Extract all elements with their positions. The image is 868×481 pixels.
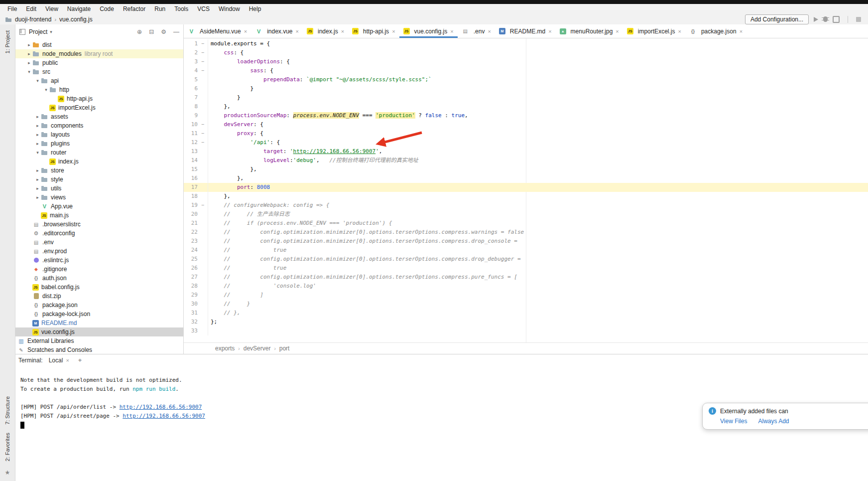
coverage-icon[interactable] <box>833 16 840 23</box>
tree-item-package-lock-json[interactable]: {}package-lock.json <box>15 310 183 319</box>
close-tab-icon[interactable]: × <box>341 28 344 34</box>
close-tab-icon[interactable]: × <box>488 28 491 34</box>
fold-marker[interactable]: − <box>198 57 208 66</box>
chevron-right-icon[interactable]: ▸ <box>34 141 41 146</box>
chevron-right-icon[interactable]: ▸ <box>34 168 41 173</box>
code-line-19[interactable]: 19− // configureWebpack: config => { <box>184 201 868 210</box>
code-line-6[interactable]: 6 } <box>184 84 868 93</box>
code-line-5[interactable]: 5 prependData: `@import "~@/assets/scss/… <box>184 75 868 84</box>
menu-tools[interactable]: Tools <box>170 4 193 14</box>
code-line-17[interactable]: 17 port: 8008 <box>184 183 868 192</box>
code-line-29[interactable]: 29 // ] <box>184 291 868 300</box>
code-line-13[interactable]: 13 target: 'http://192.168.66.56:9007', <box>184 147 868 156</box>
fold-marker[interactable]: − <box>198 39 208 48</box>
tree-item-layouts[interactable]: ▸layouts <box>15 130 183 139</box>
tab-env[interactable]: ▤.env× <box>458 24 495 38</box>
chevron-down-icon[interactable]: ▾ <box>50 29 52 34</box>
terminal-link[interactable]: http://192.168.66.56:9007 <box>120 404 202 410</box>
notification-action-view-files[interactable]: View Files <box>720 418 747 425</box>
code-line-7[interactable]: 7 } <box>184 93 868 102</box>
close-tab-icon[interactable]: × <box>678 28 681 34</box>
tab-importexcel-js[interactable]: JSimportExcel.js× <box>623 24 685 38</box>
tree-item-eslintrc-js[interactable]: .eslintrc.js <box>15 256 183 265</box>
code-line-11[interactable]: 11− proxy: { <box>184 129 868 138</box>
hide-panel-icon[interactable]: — <box>173 28 179 35</box>
tab-readme-md[interactable]: MREADME.md× <box>495 24 556 38</box>
menu-help[interactable]: Help <box>245 4 266 14</box>
tree-item-api[interactable]: ▾api <box>15 76 183 85</box>
tree-item-plugins[interactable]: ▸plugins <box>15 139 183 148</box>
menu-view[interactable]: View <box>41 4 63 14</box>
code-line-20[interactable]: 20 // // 生产去除日志 <box>184 210 868 219</box>
chevron-right-icon[interactable]: ▸ <box>34 195 41 200</box>
code-line-12[interactable]: 12− '/api': { <box>184 138 868 147</box>
fold-marker[interactable]: − <box>198 120 208 129</box>
tree-item-editorconfig[interactable]: ⚙.editorconfig <box>15 229 183 238</box>
tree-item-babel-config-js[interactable]: JSbabel.config.js <box>15 283 183 292</box>
stripe-button-7-structure[interactable]: 7: Structure <box>4 396 10 425</box>
tab-package-json[interactable]: {}package.json× <box>685 24 746 38</box>
code-line-8[interactable]: 8 }, <box>184 102 868 111</box>
chevron-right-icon[interactable]: ▸ <box>34 186 41 191</box>
code-line-24[interactable]: 24 // true <box>184 246 868 255</box>
tree-item-scratches-and-consoles[interactable]: ✎Scratches and Consoles <box>15 345 183 354</box>
gear-icon[interactable]: ⚙ <box>161 28 166 35</box>
close-tab-icon[interactable]: × <box>392 28 395 34</box>
tree-item-public[interactable]: ▸public <box>15 58 183 67</box>
chevron-down-icon[interactable]: ▾ <box>26 69 32 74</box>
menu-window[interactable]: Window <box>214 4 245 14</box>
close-tab-icon[interactable]: × <box>548 28 551 34</box>
tree-item-http[interactable]: ▾http <box>15 85 183 94</box>
code-line-26[interactable]: 26 // true <box>184 264 868 273</box>
menu-file[interactable]: File <box>3 4 21 14</box>
chevron-down-icon[interactable]: ▾ <box>34 150 41 155</box>
close-tab-icon[interactable]: × <box>450 28 453 34</box>
tab-index-vue[interactable]: Vindex.vue× <box>251 24 303 38</box>
menu-navigate[interactable]: Navigate <box>63 4 95 14</box>
tree-item-gitignore[interactable]: ◆.gitignore <box>15 265 183 274</box>
fold-marker[interactable]: − <box>198 48 208 57</box>
stop-icon[interactable] <box>856 17 861 22</box>
code-line-14[interactable]: 14 logLevel:'debug', //控制台终端打印代理前的真实地址 <box>184 156 868 165</box>
menu-code[interactable]: Code <box>95 4 119 14</box>
tree-item-src[interactable]: ▾src <box>15 67 183 76</box>
tree-item-http-api-js[interactable]: JShttp-api.js <box>15 94 183 103</box>
fold-marker[interactable]: − <box>198 138 208 147</box>
code-line-27[interactable]: 27 // config.optimization.minimizer[0].o… <box>184 273 868 282</box>
tab-vue-config-js[interactable]: JSvue.config.js× <box>399 24 458 38</box>
breadcrumb-exports[interactable]: exports <box>215 345 235 352</box>
fold-marker[interactable]: − <box>198 129 208 138</box>
stripe-button-2-favorites[interactable]: 2: Favorites <box>4 433 10 461</box>
tree-item-browserslistrc[interactable]: ▤.browserslistrc <box>15 220 183 229</box>
stripe-button-1-project[interactable]: 1: Project <box>4 30 10 53</box>
fold-marker[interactable]: − <box>198 66 208 75</box>
menu-edit[interactable]: Edit <box>21 4 41 14</box>
tab-index-js[interactable]: JSindex.js× <box>303 24 348 38</box>
code-line-15[interactable]: 15 }, <box>184 165 868 174</box>
tree-item-node-modules[interactable]: ▸node_moduleslibrary root <box>15 49 183 58</box>
close-tab-icon[interactable]: × <box>616 28 619 34</box>
code-line-10[interactable]: 10− devServer: { <box>184 120 868 129</box>
chevron-right-icon[interactable]: ▸ <box>26 42 32 47</box>
tree-item-index-js[interactable]: JSindex.js <box>15 157 183 166</box>
code-line-25[interactable]: 25 // config.optimization.minimizer[0].o… <box>184 255 868 264</box>
tree-item-main-js[interactable]: JSmain.js <box>15 211 183 220</box>
notification-action-always-add[interactable]: Always Add <box>758 418 789 425</box>
code-line-18[interactable]: 18 }, <box>184 192 868 201</box>
tree-item-external-libraries[interactable]: ▥External Libraries <box>15 336 183 345</box>
code-line-30[interactable]: 30 // } <box>184 300 868 309</box>
tree-item-store[interactable]: ▸store <box>15 166 183 175</box>
tree-item-views[interactable]: ▸views <box>15 193 183 202</box>
tree-item-env[interactable]: ▤.env <box>15 238 183 247</box>
tree-item-components[interactable]: ▸components <box>15 121 183 130</box>
code-line-2[interactable]: 2− css: { <box>184 48 868 57</box>
terminal-tab-local[interactable]: Local × <box>46 356 72 365</box>
tab-http-api-js[interactable]: JShttp-api.js× <box>348 24 399 38</box>
terminal-link[interactable]: http://192.168.66.56:9007 <box>123 413 205 419</box>
menu-refactor[interactable]: Refactor <box>119 4 150 14</box>
tree-item-importexcel-js[interactable]: JSimportExcel.js <box>15 103 183 112</box>
add-configuration-button[interactable]: Add Configuration... <box>745 14 809 24</box>
code-line-3[interactable]: 3− loaderOptions: { <box>184 57 868 66</box>
chevron-right-icon[interactable]: ▸ <box>34 123 41 128</box>
code-line-23[interactable]: 23 // config.optimization.minimizer[0].o… <box>184 237 868 246</box>
